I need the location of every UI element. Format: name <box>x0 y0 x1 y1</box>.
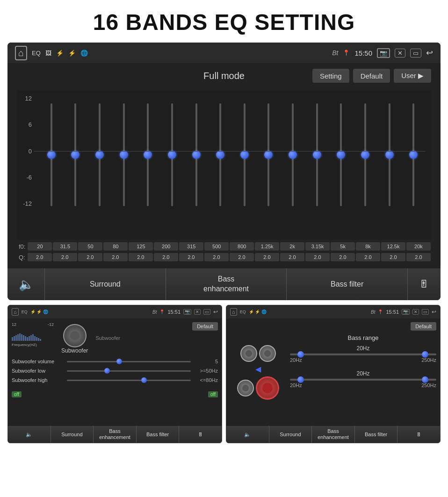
bass-range-thumb-high-2[interactable] <box>422 376 428 383</box>
freq-cell-9: 1.25k <box>254 242 280 251</box>
window-icon[interactable]: ▭ <box>410 49 421 58</box>
slider-thumb-9[interactable] <box>264 151 273 159</box>
slider-track-7 <box>219 103 221 206</box>
slider-thumb-11[interactable] <box>313 151 321 159</box>
slider-thumb-5[interactable] <box>168 151 176 159</box>
freq-viz-bar <box>29 336 30 341</box>
bass-range-thumb-low-1[interactable] <box>297 351 304 358</box>
slider-thumb-6[interactable] <box>192 151 201 159</box>
status-time: 15:50 <box>354 49 372 57</box>
sub1-win[interactable]: ▭ <box>203 309 210 315</box>
sub-screenshots: ⌂ EQ ⚡ ⚡ 🌐 Bt 📍 15:51 📷 ✕ ▭ ↩ Default 12… <box>7 305 441 443</box>
sub2-bass-filter-btn[interactable]: Bass filter <box>355 426 398 443</box>
sub2-win[interactable]: ▭ <box>422 309 429 315</box>
bass-range-thumb-low-2[interactable] <box>297 376 304 383</box>
slider-thumb-3[interactable] <box>120 151 128 159</box>
y-label-0: 0 <box>17 148 34 155</box>
sub2-home-icon[interactable]: ⌂ <box>230 308 237 316</box>
sub-volume-slider[interactable] <box>67 361 191 362</box>
sub-high-slider[interactable] <box>67 380 191 381</box>
slider-col-0[interactable] <box>39 94 64 216</box>
slider-col-7[interactable] <box>208 94 232 216</box>
sub1-speaker-img <box>61 324 88 347</box>
sub1-speaker-btn[interactable]: 🔈 <box>8 426 51 443</box>
slider-thumb-15[interactable] <box>409 151 418 159</box>
slider-col-12[interactable] <box>329 94 354 216</box>
slider-thumb-7[interactable] <box>216 151 224 159</box>
slider-col-11[interactable] <box>305 94 329 216</box>
sub2-back[interactable]: ↩ <box>432 309 436 315</box>
q-label-12: 2.0 <box>331 253 355 261</box>
slider-thumb-4[interactable] <box>144 151 152 159</box>
bass-range-thumb-high-1[interactable] <box>422 351 428 358</box>
slider-col-8[interactable] <box>232 94 257 216</box>
slider-thumb-1[interactable] <box>71 151 79 159</box>
sub1-camera[interactable]: 📷 <box>183 309 191 315</box>
slider-col-6[interactable] <box>184 94 209 216</box>
sub1-home-icon[interactable]: ⌂ <box>12 308 19 316</box>
q-label-13: 2.0 <box>356 253 380 261</box>
sub-low-label: Subwoofer low <box>12 368 63 374</box>
sub1-surround-btn[interactable]: Surround <box>51 426 94 443</box>
q-cell-0: 2.0 <box>27 252 52 262</box>
sub1-bass-enh-btn[interactable]: Bassenhancement <box>94 426 137 443</box>
sub1-back[interactable]: ↩ <box>213 309 218 315</box>
sub2-bass-controls: Default Bass range 20Hz 20Hz 250Hz <box>290 322 436 422</box>
back-icon[interactable]: ↩ <box>426 48 433 58</box>
slider-col-15[interactable] <box>401 94 426 216</box>
slider-col-2[interactable] <box>87 94 112 216</box>
slider-col-5[interactable] <box>160 94 184 216</box>
surround-button[interactable]: Surround <box>45 268 166 300</box>
slider-col-1[interactable] <box>64 94 88 216</box>
default-button[interactable]: Default <box>353 69 390 83</box>
sub1-bass-filter-btn[interactable]: Bass filter <box>137 426 180 443</box>
sub1-default-button[interactable]: Default <box>192 322 218 331</box>
home-icon[interactable]: ⌂ <box>15 46 27 60</box>
sub1-eq-label: EQ <box>22 310 28 314</box>
setting-button[interactable]: Setting <box>312 69 349 83</box>
slider-track-9 <box>267 103 269 206</box>
slider-thumb-8[interactable] <box>240 151 249 159</box>
sub2-surround-btn[interactable]: Surround <box>269 426 312 443</box>
camera-icon[interactable]: 📷 <box>377 48 390 58</box>
freq-viz-bar <box>12 337 13 341</box>
sub1-close[interactable]: ✕ <box>194 309 201 315</box>
slider-col-10[interactable] <box>281 94 305 216</box>
sub2-default-button[interactable]: Default <box>411 322 436 331</box>
close-icon[interactable]: ✕ <box>395 49 405 58</box>
sub1-mixer-btn[interactable]: 🎚 <box>179 426 222 443</box>
slider-thumb-13[interactable] <box>361 151 369 159</box>
freq-label-4: 125 <box>129 242 153 251</box>
sub2-bass-enh-btn[interactable]: Bassenhancement <box>312 426 355 443</box>
sub2-speaker-area: ◀ <box>230 322 286 422</box>
sub-low-slider[interactable] <box>67 370 191 372</box>
sub1-freq-area: 12-12 Frequency(HZ) Subwoofer Subwoofer <box>12 322 218 354</box>
eq-label: EQ <box>32 50 41 57</box>
slider-thumb-2[interactable] <box>95 151 104 159</box>
sub2-mixer-btn[interactable]: 🎚 <box>397 426 440 443</box>
bass-enhancement-button[interactable]: Bassenhancement <box>166 268 287 300</box>
bass-range-track-1[interactable] <box>290 353 436 355</box>
slider-thumb-14[interactable] <box>385 151 394 159</box>
slider-col-3[interactable] <box>112 94 136 216</box>
slider-col-13[interactable] <box>353 94 377 216</box>
slider-col-4[interactable] <box>136 94 160 216</box>
freq-label-5: 200 <box>154 242 178 251</box>
bass-filter-button[interactable]: Bass filter <box>287 268 408 300</box>
bass-range-track-2[interactable] <box>290 379 436 381</box>
freq-label-7: 500 <box>204 242 229 251</box>
image-icon: 🖼 <box>45 50 51 57</box>
sub2-camera[interactable]: 📷 <box>402 309 410 315</box>
slider-col-9[interactable] <box>257 94 281 216</box>
sub2-close[interactable]: ✕ <box>412 309 419 315</box>
user-button[interactable]: User ▶ <box>394 69 431 83</box>
slider-col-14[interactable] <box>377 94 402 216</box>
sub2-speaker-btn[interactable]: 🔈 <box>226 426 269 443</box>
slider-thumb-10[interactable] <box>289 151 297 159</box>
sub-content-1: Default 12-12 Frequency(HZ) Subwoofer <box>8 318 222 426</box>
slider-thumb-12[interactable] <box>337 151 345 159</box>
slider-thumb-0[interactable] <box>47 151 56 159</box>
speaker-button[interactable]: 🔈 <box>7 268 45 300</box>
sub-bottom-bar-2: 🔈 Surround Bassenhancement Bass filter 🎚 <box>226 426 440 443</box>
mixer-button[interactable]: 🎚 <box>408 268 441 300</box>
